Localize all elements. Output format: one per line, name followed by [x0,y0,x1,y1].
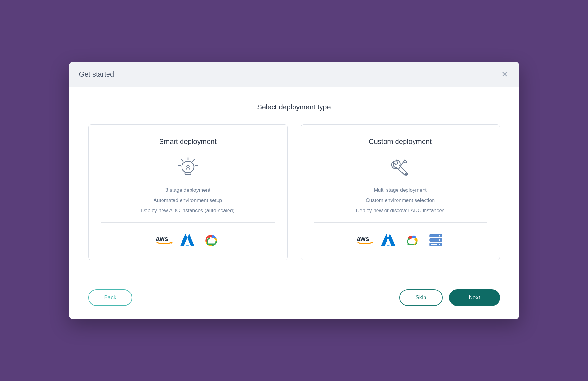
svg-marker-23 [384,245,392,246]
svg-point-34 [439,244,440,245]
svg-line-1 [193,159,194,161]
section-title: Select deployment type [88,103,500,111]
svg-marker-8 [180,234,187,246]
svg-line-3 [182,159,183,161]
tools-icon [389,156,412,179]
footer-right-buttons: Skip Next [399,289,500,306]
smart-deployment-title: Smart deployment [101,137,275,146]
svg-marker-10 [183,245,191,246]
smart-deployment-features: 3 stage deployment Automated environment… [101,188,275,213]
svg-point-24 [408,236,412,239]
next-button[interactable]: Next [449,289,500,306]
smart-cloud-logos: aws [101,230,275,248]
smart-feature-2: Automated environment setup [101,198,275,203]
svg-line-17 [403,161,406,163]
custom-card-divider [314,222,487,223]
svg-point-25 [412,236,416,239]
svg-marker-21 [381,234,388,246]
svg-marker-9 [187,234,195,246]
smart-card-divider [101,222,275,223]
back-button[interactable]: Back [88,289,133,306]
svg-marker-7 [171,242,173,244]
smart-feature-1: 3 stage deployment [101,188,275,193]
aws-logo: aws [156,235,173,247]
custom-cloud-logos: aws [314,230,487,248]
smart-feature-3: Deploy new ADC instances (auto-scaled) [101,208,275,213]
dialog-title: Get started [79,70,114,79]
svg-text:aws: aws [156,235,168,242]
custom-deployment-icon-container [314,156,487,179]
lightbulb-icon [177,156,199,179]
svg-marker-22 [388,234,396,246]
custom-feature-3: Deploy new or discover ADC instances [314,208,487,213]
aws-logo-custom: aws [357,235,373,247]
svg-marker-20 [372,242,373,244]
gcp-logo [202,233,220,248]
server-logo [427,233,444,248]
svg-text:aws: aws [357,235,369,242]
svg-point-31 [439,239,440,241]
gcp-logo-custom [403,233,421,248]
get-started-dialog: Get started ✕ Select deployment type Sma… [69,62,519,319]
skip-button[interactable]: Skip [399,289,442,306]
custom-deployment-features: Multi stage deployment Custom environmen… [314,188,487,213]
close-button[interactable]: ✕ [500,69,509,79]
custom-feature-1: Multi stage deployment [314,188,487,193]
azure-logo-custom [380,233,397,248]
svg-point-28 [439,235,440,237]
dialog-footer: Back Skip Next [69,289,519,319]
custom-deployment-title: Custom deployment [314,137,487,146]
close-icon: ✕ [501,70,508,79]
dialog-body: Select deployment type Smart deployment [69,87,519,289]
smart-deployment-icon-container [101,156,275,179]
svg-line-15 [405,160,407,162]
dialog-header: Get started ✕ [69,62,519,87]
deployment-cards-row: Smart deployment [88,124,500,260]
custom-deployment-card[interactable]: Custom deployment [301,124,500,260]
azure-logo [179,233,196,248]
smart-deployment-card[interactable]: Smart deployment [88,124,288,260]
custom-feature-2: Custom environment selection [314,198,487,203]
